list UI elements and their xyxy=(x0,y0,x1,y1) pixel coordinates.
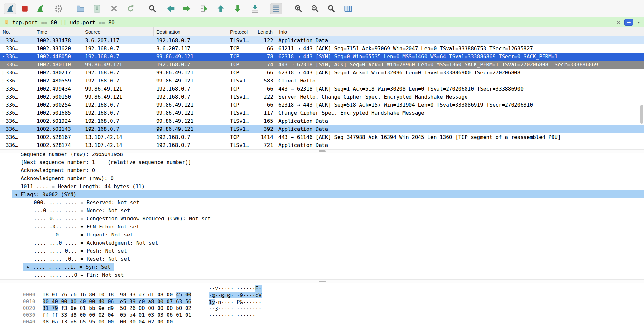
hex-ascii[interactable]: ········ ······ xyxy=(209,313,255,319)
detail-line[interactable]: ...0 .... .... = Nonce: Not set xyxy=(0,207,644,215)
detail-line-syn-selected[interactable]: ▶ .... .... ..1. = Syn: Set xyxy=(0,263,644,271)
hex-ascii[interactable]: ·@··@·@· ·9····cV xyxy=(209,292,262,298)
go-last-packet-button[interactable] xyxy=(232,3,244,14)
related-packet-mark xyxy=(0,44,6,53)
expand-triangle-icon[interactable]: ▶ xyxy=(23,265,33,269)
forward-arrow-icon xyxy=(182,4,192,14)
collapse-triangle-icon[interactable]: ▼ xyxy=(12,192,21,197)
zoom-in-button[interactable] xyxy=(292,3,304,14)
packet-row[interactable]: ¦336… 1002.50015099.86.49.121 192.168.0.… xyxy=(0,93,644,101)
packet-row[interactable]: ¦336… 1002.49943499.86.49.121 192.168.0.… xyxy=(0,85,644,93)
svg-text:1:1: 1:1 xyxy=(329,7,334,10)
hex-row[interactable]: 002031 79 f3 6e 01 bb 9e d9 50 26 00 00 … xyxy=(0,299,644,306)
detail-line[interactable]: .... ...0 .... = Acknowledgment: Not set xyxy=(0,239,644,247)
go-forward-button[interactable] xyxy=(181,3,193,14)
related-packet-mark: ¦ xyxy=(0,85,6,93)
detail-line[interactable]: .... .... 0... = Push: Not set xyxy=(0,247,644,255)
close-file-button[interactable] xyxy=(108,3,120,14)
related-packet-mark: ¦ xyxy=(0,61,6,69)
detail-line[interactable]: Sequence number (raw): 2665041958 xyxy=(0,153,644,158)
detail-line[interactable]: Acknowledgment number: 0 xyxy=(0,166,644,174)
resize-columns-button[interactable] xyxy=(342,3,354,14)
packet-row[interactable]: 336… 1002.331620192.168.0.7 3.6.207.117T… xyxy=(0,44,644,53)
column-header-destination[interactable]: Destination xyxy=(154,27,227,36)
folder-icon xyxy=(76,4,85,14)
packet-row[interactable]: ¦336… 1002.501685192.168.0.7 99.86.49.12… xyxy=(0,109,644,117)
restart-capture-button[interactable] xyxy=(34,3,46,14)
related-packet-mark: ¦ xyxy=(0,77,6,85)
detail-line[interactable]: 1011 .... = Header Length: 44 bytes (11) xyxy=(0,182,644,190)
related-packet-mark xyxy=(0,141,6,149)
capture-options-button[interactable] xyxy=(53,3,65,14)
auto-scroll-button[interactable] xyxy=(249,3,261,14)
open-file-button[interactable] xyxy=(74,3,87,14)
zoom-normal-button[interactable]: 1:1 xyxy=(325,3,337,14)
packet-row[interactable]: ¦336… 1002.480559192.168.0.7 99.86.49.12… xyxy=(0,77,644,85)
detail-line[interactable]: 000. .... .... = Reserved: Not set xyxy=(0,198,644,207)
packet-row[interactable]: 336… 1002.3314783.6.207.117 192.168.0.7T… xyxy=(0,36,644,44)
detail-line[interactable]: .... .... ...0 = Fin: Not set xyxy=(0,271,644,279)
shark-fin-icon xyxy=(5,4,15,14)
syn-field-highlight: ▶ .... .... ..1. = Syn: Set xyxy=(23,263,114,271)
packet-row[interactable]: ¦336… 1002.502143192.168.0.7 99.86.49.12… xyxy=(0,125,644,133)
related-packet-mark: ¦ xyxy=(0,101,6,109)
column-header-time[interactable]: Time xyxy=(34,27,82,36)
stop-square-icon xyxy=(20,4,30,14)
packet-row[interactable]: ¦336… 1002.501924192.168.0.7 99.86.49.12… xyxy=(0,117,644,125)
packet-list-scrollbar-thumb[interactable] xyxy=(640,105,643,124)
hex-ascii[interactable]: ··v····· ······E· xyxy=(209,285,262,292)
hex-ascii[interactable]: 1y·n···· P&······ xyxy=(209,299,262,305)
go-first-packet-button[interactable] xyxy=(215,3,227,14)
detail-line[interactable]: .... .... .0.. = Reset: Not set xyxy=(0,255,644,263)
hex-row[interactable]: 001000 40 00 00 40 00 40 06 e5 39 c0 a8 … xyxy=(0,292,644,299)
wireshark-window: 1:1 × → ▾ No. Time Source Destination Pr… xyxy=(0,0,644,328)
hex-row[interactable]: 0030ff ff 33 d8 00 00 02 04 05 b4 01 03 … xyxy=(0,306,644,313)
zoom-out-button[interactable] xyxy=(309,3,321,14)
colorize-packets-button[interactable] xyxy=(270,3,282,14)
pane-splitter[interactable] xyxy=(0,279,644,283)
go-back-button[interactable] xyxy=(165,3,177,14)
column-header-protocol[interactable]: Protocol xyxy=(227,27,255,36)
filter-bookmark-icon[interactable] xyxy=(3,19,10,25)
detail-line[interactable]: Acknowledgment number (raw): 0 xyxy=(0,174,644,182)
packet-row[interactable]: 336… 1002.52817413.107.42.14 192.168.0.7… xyxy=(0,141,644,149)
related-packet-mark xyxy=(0,133,6,141)
detail-line[interactable]: .... .0.. .... = ECN-Echo: Not set xyxy=(0,223,644,231)
hex-ascii[interactable]: ··3····· ········ xyxy=(209,306,262,312)
save-file-button[interactable] xyxy=(91,3,103,14)
go-to-packet-button[interactable] xyxy=(198,3,210,14)
column-header-source[interactable]: Source xyxy=(82,27,154,36)
filter-apply-button[interactable]: → xyxy=(624,19,633,26)
column-header-no[interactable]: No. xyxy=(0,27,34,36)
green-shark-fin-icon xyxy=(35,4,45,14)
stop-capture-button[interactable] xyxy=(19,3,31,14)
packet-row[interactable]: ¦336… 1002.48011099.86.49.121 192.168.0.… xyxy=(0,61,644,69)
packet-detail-pane: Sequence number (raw): 2665041958 [Next … xyxy=(0,153,644,279)
filter-clear-icon[interactable]: × xyxy=(615,19,622,25)
auto-scroll-icon xyxy=(250,4,260,14)
detail-line[interactable]: .... ..0. .... = Urgent: Not set xyxy=(0,231,644,239)
column-header-info[interactable]: Info xyxy=(276,27,644,36)
packet-row[interactable]: ¦336… 1002.500254192.168.0.7 99.86.49.12… xyxy=(0,101,644,109)
filter-input[interactable] xyxy=(12,18,612,26)
hex-offset: 0040 xyxy=(23,319,43,325)
related-packet-mark: ¦ xyxy=(0,69,6,77)
zoom-out-icon xyxy=(310,4,320,14)
start-capture-button[interactable] xyxy=(4,3,16,14)
detail-line[interactable]: .... 0... .... = Congestion Window Reduc… xyxy=(0,215,644,223)
close-icon xyxy=(109,4,119,14)
related-packet-mark xyxy=(0,36,6,44)
column-header-length[interactable]: Length xyxy=(255,27,276,36)
packet-row-selected[interactable]: ┌336… 1002.448050192.168.0.7 99.86.49.12… xyxy=(0,53,644,61)
goto-packet-icon xyxy=(199,4,209,14)
detail-line[interactable]: [Next sequence number: 1 (relative seque… xyxy=(0,158,644,166)
filter-dropdown-chevron-icon[interactable]: ▾ xyxy=(636,20,641,25)
packet-row[interactable]: 336… 1002.52816713.107.42.14 192.168.0.7… xyxy=(0,133,644,141)
find-packet-button[interactable] xyxy=(146,3,159,14)
pane-splitter[interactable] xyxy=(0,149,644,153)
detail-line-flags[interactable]: ▼ Flags: 0x002 (SYN) xyxy=(0,190,644,198)
packet-row[interactable]: ¦336… 1002.480217192.168.0.7 99.86.49.12… xyxy=(0,69,644,77)
reload-file-button[interactable] xyxy=(124,3,137,14)
hex-row[interactable]: 004008 0a 13 e6 b5 95 00 00 00 00 04 02 … xyxy=(0,313,644,319)
hex-row[interactable]: 000018 0f 76 c6 1b 80 f0 18 98 93 d7 d1 … xyxy=(0,285,644,292)
